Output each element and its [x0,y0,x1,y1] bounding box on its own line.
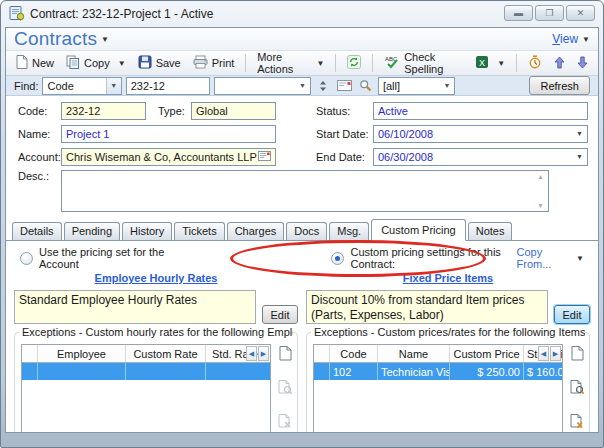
tab-pending[interactable]: Pending [64,222,120,240]
employee-exceptions-table[interactable]: Employee Custom Rate Std. Rate [21,344,271,433]
page-title[interactable]: Contracts [14,28,97,50]
account-field[interactable]: Chris Wiseman & Co, Accountants LLP [61,148,276,166]
scroll-left-icon[interactable]: ◀ [246,346,257,361]
view-row-icon[interactable] [278,380,293,397]
scroll-right-icon[interactable]: ▶ [550,346,561,361]
add-row-icon[interactable] [571,346,584,363]
page-header: Contracts ▼ View ▼ [6,28,598,51]
status-label: Status: [316,105,373,117]
export-excel-button[interactable]: X ▼ [471,53,509,73]
tab-details[interactable]: Details [12,222,62,240]
find-secondary-select[interactable]: ▼ [214,77,311,95]
view-row-icon[interactable] [570,380,585,397]
save-button[interactable]: Save [134,53,185,73]
employee-selected-row[interactable] [22,363,270,380]
code-field[interactable]: 232-12 [61,102,146,120]
employee-rates-value[interactable]: Standard Employee Hourly Rates [14,290,256,324]
fixed-price-items-value[interactable]: Discount 10% from standard Item prices (… [306,290,548,324]
col-custom-price[interactable]: Custom Price [450,345,524,362]
find-scope-select[interactable]: [all] ▼ [378,77,456,95]
find-label: Find: [14,80,38,92]
fixed-price-items-edit-button[interactable]: Edit [554,305,590,324]
scroll-up-icon[interactable]: ▲ [537,173,544,180]
delete-row-icon[interactable] [278,414,292,431]
col-name[interactable]: Name [378,345,450,362]
contract-window-icon [9,6,25,23]
tab-tickets[interactable]: Tickets [174,222,224,240]
name-field[interactable]: Project 1 [61,125,276,143]
items-table-actions [563,342,587,433]
new-button[interactable]: New [12,53,58,73]
fixed-price-items-link[interactable]: Fixed Price Items [403,272,494,284]
spellcheck-icon: ABC [384,55,400,71]
more-actions-button[interactable]: More Actions ▼ [253,49,328,77]
close-button[interactable]: ✕ [566,5,595,21]
tab-charges[interactable]: Charges [227,222,285,240]
end-date-field[interactable]: 06/30/2008▼ [373,148,588,166]
employee-hourly-rates-link[interactable]: Employee Hourly Rates [95,272,218,284]
account-lookup-icon[interactable] [258,151,271,163]
items-selected-row[interactable]: 102 Technician Visit $ 250.00 $ 160.00 [314,363,562,380]
tab-history[interactable]: History [122,222,172,240]
start-date-field[interactable]: 06/10/2008▼ [373,125,588,143]
pricing-mode-row: Use the pricing set for the Account Cust… [6,248,598,268]
delete-row-icon[interactable] [570,414,584,431]
employee-column-scroll: ◀ ▶ [245,346,269,361]
start-date-label: Start Date: [316,128,373,140]
tab-notes[interactable]: Notes [468,222,513,240]
find-value-input[interactable]: 232-12 [126,77,210,95]
employee-rates-edit-button[interactable]: Edit [262,305,298,324]
print-button[interactable]: Print [189,53,239,73]
copy-button[interactable]: Copy ▼ [62,53,130,73]
view-caret-icon[interactable]: ▼ [582,35,590,44]
tab-custom-pricing[interactable]: Custom Pricing [371,219,466,241]
desc-scrollbar[interactable]: ▲ ▼ [533,171,548,211]
maximize-button[interactable]: ❐ [535,5,564,21]
find-scope-caret-icon: ▼ [439,78,454,94]
title-bar: Contract: 232-12-Project 1 - Active ▬ ❐ … [5,1,599,27]
check-spelling-button[interactable]: ABC Check Spelling [380,49,467,77]
employee-exceptions-label: Exceptions - Custom hourly rates for the… [19,326,293,338]
sync-button[interactable] [343,53,365,73]
copy-icon [66,55,80,71]
save-icon [138,55,152,71]
tab-msg[interactable]: Msg. [329,222,369,240]
end-date-caret-icon[interactable]: ▼ [576,153,583,160]
find-field-caret-icon: ▼ [106,78,121,94]
add-row-icon[interactable] [279,346,292,363]
window-client: Contracts ▼ View ▼ New Copy ▼ Save Print [5,27,599,433]
timer-button[interactable] [524,53,546,73]
toolbar: New Copy ▼ Save Print More Actions ▼ [6,51,598,76]
radio-custom-pricing[interactable] [331,252,344,265]
tab-docs[interactable]: Docs [286,222,327,240]
start-date-caret-icon[interactable]: ▼ [576,130,583,137]
copy-from-button[interactable]: Copy From... ▼ [517,246,584,270]
move-down-button[interactable] [573,54,592,73]
radio-account-pricing[interactable] [20,252,33,265]
status-field[interactable]: Active [373,102,588,120]
sync-icon [347,55,361,71]
window-title: Contract: 232-12-Project 1 - Active [30,7,499,21]
copy-caret-icon: ▼ [118,59,126,68]
lookup-card-button[interactable] [336,77,353,95]
scroll-right-icon[interactable]: ▶ [258,346,269,361]
scroll-left-icon[interactable]: ◀ [538,346,549,361]
view-menu[interactable]: View [552,32,578,46]
tab-strip: Details Pending History Tickets Charges … [6,220,598,241]
description-textarea[interactable]: ▲ ▼ [61,170,549,212]
items-exceptions-table[interactable]: Code Name Custom Price Std. Price 102 Te… [313,344,563,433]
col-employee[interactable]: Employee [38,345,126,362]
move-up-button[interactable] [550,54,569,73]
col-code[interactable]: Code [330,345,378,362]
find-field-select[interactable]: Code ▼ [42,77,121,95]
search-icon[interactable] [357,77,374,95]
sort-toggle-button[interactable] [315,77,332,95]
scroll-down-icon[interactable]: ▼ [537,202,544,209]
refresh-button[interactable]: Refresh [529,76,590,95]
type-field[interactable]: Global [191,102,276,120]
code-label: Code: [18,105,61,117]
page-title-caret-icon[interactable]: ▼ [101,35,109,44]
items-exceptions-group: Exceptions - Custom prices/rates for the… [306,332,590,433]
minimize-button[interactable]: ▬ [504,5,533,21]
col-custom-rate[interactable]: Custom Rate [126,345,206,362]
